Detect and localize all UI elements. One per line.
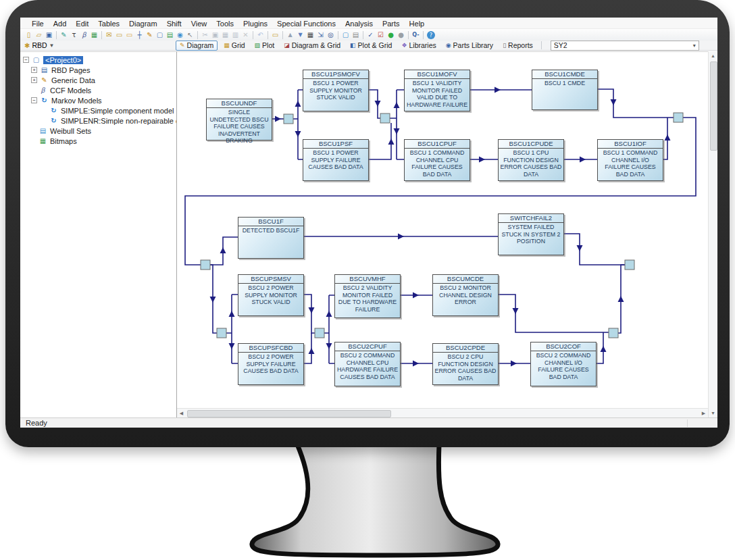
block-bscuvmhf[interactable]: BSCUVMHF BSCU 2 VALIDITY MONITOR FAILED … bbox=[334, 274, 401, 318]
copy-icon[interactable]: ▣ bbox=[210, 30, 220, 40]
web-icon[interactable]: ◉ bbox=[175, 30, 185, 40]
spellcheck-icon[interactable]: ✓ bbox=[365, 30, 376, 40]
light-on-icon[interactable]: ● bbox=[386, 30, 396, 40]
paste-icon[interactable]: ▦ bbox=[220, 30, 230, 40]
block-bscupsmsv[interactable]: BSCUPSMSV BSCU 2 POWER SUPPLY MONITOR ST… bbox=[238, 274, 304, 316]
document-icon[interactable]: ▤ bbox=[351, 30, 361, 40]
menu-tables[interactable]: Tables bbox=[93, 20, 124, 28]
block-bscu1iof[interactable]: BSCU1IOF BSCU 1 COMMAND CHANNEL I/O FAIL… bbox=[597, 139, 663, 181]
block-name: BSCU1CPUF bbox=[405, 140, 470, 149]
beta-icon[interactable]: β bbox=[79, 30, 89, 40]
system-combobox[interactable]: SY2 ▾ bbox=[551, 41, 699, 51]
collapse-expander[interactable]: − bbox=[31, 97, 37, 103]
help-icon[interactable]: ? bbox=[427, 31, 435, 39]
open-icon[interactable]: ▱ bbox=[34, 30, 44, 40]
export-icon[interactable]: ▤ bbox=[165, 30, 175, 40]
tree-item-bitmaps[interactable]: ▦ Bitmaps bbox=[39, 136, 176, 146]
tab-diagram[interactable]: ✎ Diagram bbox=[176, 41, 218, 51]
tab-libraries[interactable]: ❖ Libraries bbox=[398, 41, 439, 49]
new-icon[interactable]: ▯ bbox=[24, 30, 34, 40]
vertical-scroll-thumb[interactable] bbox=[710, 61, 717, 151]
pencil-icon[interactable]: ✎ bbox=[145, 30, 155, 40]
expand-expander[interactable]: + bbox=[31, 77, 37, 83]
folder-send-icon[interactable]: ▭ bbox=[124, 30, 134, 40]
menu-file[interactable]: File bbox=[27, 20, 49, 28]
block-desc: BSCU 2 POWER SUPPLY MONITOR STUCK VALID bbox=[238, 284, 303, 306]
block-bscu2cpuf[interactable]: BSCU2CPUF BSCU 2 COMMAND CHANNEL CPU HAR… bbox=[334, 342, 401, 386]
block-bscu1cmde[interactable]: BSCU1CMDE BSCU 1 CMDE bbox=[532, 70, 598, 110]
expand-icon[interactable]: ▼ bbox=[295, 30, 305, 40]
block-bscumcde[interactable]: BSCUMCDE BSCU 2 MONITOR CHANNEL DESIGN E… bbox=[432, 274, 499, 316]
block-bscu2cof[interactable]: BSCU2COF BSCU 2 COMMAND CHANNEL I/O FAIL… bbox=[530, 342, 597, 386]
menu-add[interactable]: Add bbox=[49, 20, 72, 28]
collapse-icon[interactable]: ▲ bbox=[285, 30, 295, 40]
tree-item-markov-models[interactable]: − ↻ Markov Models bbox=[31, 95, 176, 105]
menu-help[interactable]: Help bbox=[405, 20, 430, 28]
mail-icon[interactable]: ✉ bbox=[104, 30, 114, 40]
light-off-icon[interactable]: ● bbox=[396, 30, 406, 40]
block-bscu1mofv[interactable]: BSCU1MOFV BSCU 1 VALIDITY MONITOR FAILED… bbox=[404, 70, 470, 111]
diagram-canvas[interactable]: BSCUUNDF SINGLE UNDETECTED BSCU FAILURE … bbox=[177, 51, 708, 408]
block-bscu1psmofv[interactable]: BSCU1PSMOFV BSCU 1 POWER SUPPLY MONITOR … bbox=[303, 70, 369, 111]
tasks-icon[interactable]: ☑ bbox=[376, 30, 386, 40]
menu-view[interactable]: View bbox=[186, 20, 212, 28]
quick-calc-icon[interactable]: Q- bbox=[411, 30, 421, 40]
block-switchfail2[interactable]: SWITCHFAIL2 SYSTEM FAILED STUCK IN SYSTE… bbox=[498, 213, 564, 255]
window-icon[interactable]: ▢ bbox=[155, 30, 165, 40]
horizontal-scrollbar[interactable]: ◀ ▶ bbox=[177, 408, 708, 417]
block-bscu1psf[interactable]: BSCU1PSF BSCU 1 POWER SUPPLY FAILURE CAU… bbox=[303, 139, 369, 181]
scroll-down-icon[interactable]: ▼ bbox=[709, 409, 717, 417]
pointer-icon[interactable]: ↖ bbox=[185, 30, 195, 40]
tree-item-generic-data[interactable]: + ✎ Generic Data bbox=[31, 75, 176, 85]
tree-item-rbd-pages[interactable]: + ▤ RBD Pages bbox=[31, 65, 176, 75]
tree-item-project-root[interactable]: − ▢ <Project0> bbox=[23, 55, 176, 65]
tab-plot[interactable]: ▧ Plot bbox=[251, 41, 278, 49]
menu-diagram[interactable]: Diagram bbox=[124, 20, 162, 28]
block-bscu1f[interactable]: BSCU1F DETECTED BSCU1F bbox=[238, 217, 304, 259]
menu-tools[interactable]: Tools bbox=[211, 20, 238, 28]
horizontal-scroll-thumb[interactable] bbox=[187, 410, 391, 417]
send-to-icon[interactable]: ⇲ bbox=[315, 30, 326, 40]
tab-grid[interactable]: ▦ Grid bbox=[220, 41, 248, 49]
tree-item-simplenr-model[interactable]: ↻ SIMPLENR:Simple non-repairable compone… bbox=[49, 116, 176, 126]
vertical-scrollbar[interactable]: ▲ ▼ bbox=[708, 51, 717, 417]
menu-edit[interactable]: Edit bbox=[71, 20, 93, 28]
folder-icon[interactable]: ▭ bbox=[114, 30, 124, 40]
shared-folder-icon[interactable]: ▭ bbox=[270, 30, 280, 40]
tree-item-simple-model[interactable]: ↻ SIMPLE:Simple component model bbox=[49, 105, 176, 116]
cut-icon[interactable]: ✂ bbox=[200, 30, 210, 40]
save-icon[interactable]: ▣ bbox=[44, 30, 54, 40]
find-icon[interactable]: ◎ bbox=[326, 30, 336, 40]
block-bscuundf[interactable]: BSCUUNDF SINGLE UNDETECTED BSCU FAILURE … bbox=[206, 99, 272, 141]
collapse-expander[interactable]: − bbox=[23, 57, 29, 63]
tab-reports[interactable]: ▯ Reports bbox=[499, 41, 536, 49]
block-bscu2cpde[interactable]: BSCU2CPDE BSCU 2 CPU FUNCTION DESIGN ERR… bbox=[432, 343, 499, 385]
tab-parts-library[interactable]: ◉ Parts Library bbox=[442, 41, 497, 49]
signature-icon[interactable]: ✎ bbox=[59, 30, 69, 40]
menu-plugins[interactable]: Plugins bbox=[238, 20, 272, 28]
menu-parts[interactable]: Parts bbox=[378, 20, 405, 28]
rbd-selector[interactable]: ✱ RBD ▼ bbox=[20, 41, 176, 49]
scroll-right-icon[interactable]: ▶ bbox=[699, 409, 708, 417]
table-icon[interactable]: ▦ bbox=[305, 30, 315, 40]
block-bscu1cpude[interactable]: BSCU1CPUDE BSCU 1 CPU FUNCTION DESIGN ER… bbox=[498, 139, 564, 181]
image-icon[interactable]: ▦ bbox=[89, 30, 99, 40]
scroll-up-icon[interactable]: ▲ bbox=[709, 51, 717, 60]
block-bscu1cpuf[interactable]: BSCU1CPUF BSCU 1 COMMAND CHANNEL CPU FAI… bbox=[404, 139, 470, 181]
paste-special-icon[interactable]: ▥ bbox=[230, 30, 240, 40]
tab-diagram-and-grid[interactable]: ◪ Diagram & Grid bbox=[280, 41, 344, 49]
menu-special-functions[interactable]: Special Functions bbox=[272, 20, 340, 28]
delete-icon[interactable]: ✕ bbox=[240, 30, 251, 40]
scroll-left-icon[interactable]: ◀ bbox=[177, 409, 186, 417]
menu-analysis[interactable]: Analysis bbox=[340, 20, 378, 28]
tree-item-ccf-models[interactable]: β CCF Models bbox=[39, 85, 176, 95]
tau-icon[interactable]: τ bbox=[69, 30, 79, 40]
tree-item-weibull-sets[interactable]: ▤ Weibull Sets bbox=[39, 126, 176, 136]
menu-shift[interactable]: Shift bbox=[162, 20, 186, 28]
tab-plot-and-grid[interactable]: ◧ Plot & Grid bbox=[347, 41, 395, 49]
computer-icon[interactable]: ▢ bbox=[340, 30, 351, 40]
connector-icon[interactable]: ┼ bbox=[134, 30, 145, 40]
undo-icon[interactable]: ↶ bbox=[255, 30, 265, 40]
block-bscupsfcbd[interactable]: BSCUPSFCBD BSCU 2 POWER SUPPLY FAILURE C… bbox=[238, 343, 304, 385]
expand-expander[interactable]: + bbox=[31, 67, 37, 73]
